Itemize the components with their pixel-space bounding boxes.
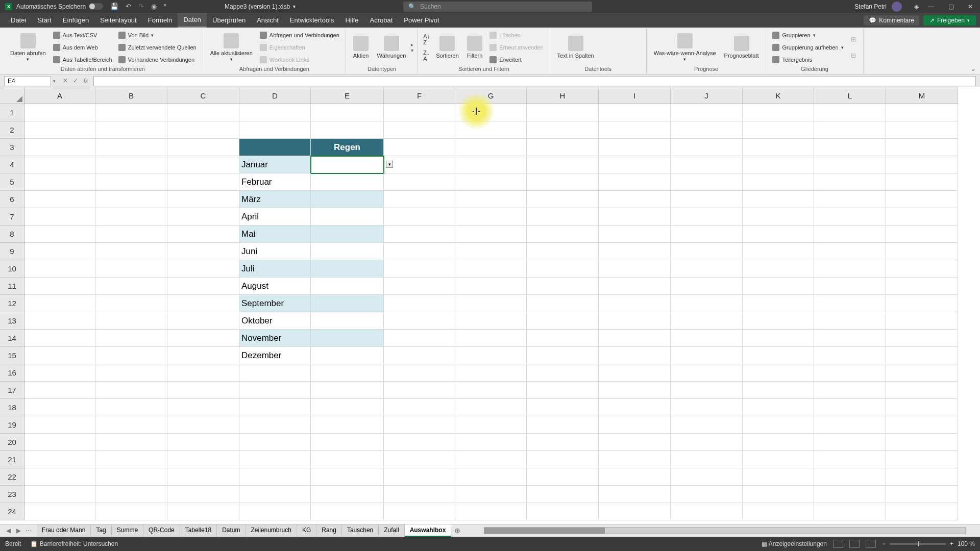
cell-B3[interactable] xyxy=(95,139,167,156)
filename-area[interactable]: Mappe3 (version 1).xlsb ▾ xyxy=(225,3,296,10)
cell-F8[interactable] xyxy=(384,226,455,243)
namebox-dropdown-icon[interactable]: ▾ xyxy=(51,79,58,84)
cell-I2[interactable] xyxy=(599,121,671,139)
cell-K7[interactable] xyxy=(743,208,814,226)
normal-view-button[interactable] xyxy=(833,540,843,548)
row-header-20[interactable]: 20 xyxy=(0,434,24,451)
from-table[interactable]: Aus Tabelle/Bereich xyxy=(51,56,114,64)
cell-M20[interactable] xyxy=(886,434,958,451)
cell-K22[interactable] xyxy=(743,468,814,486)
menu-tab-daten[interactable]: Daten xyxy=(178,13,207,28)
page-break-view-button[interactable] xyxy=(866,540,876,548)
cell-F2[interactable] xyxy=(384,121,455,139)
row-header-18[interactable]: 18 xyxy=(0,399,24,416)
row-header-24[interactable]: 24 xyxy=(0,503,24,520)
cell-L7[interactable] xyxy=(814,208,886,226)
cell-M12[interactable] xyxy=(886,295,958,312)
row-header-19[interactable]: 19 xyxy=(0,416,24,434)
advanced-filter[interactable]: Erweitert xyxy=(487,56,545,64)
cell-J24[interactable] xyxy=(671,503,743,520)
cell-A3[interactable] xyxy=(24,139,95,156)
minimize-button[interactable]: — xyxy=(922,0,941,13)
cell-C9[interactable] xyxy=(167,243,239,260)
zoom-in-button[interactable]: + xyxy=(950,540,953,547)
cell-D24[interactable] xyxy=(239,503,311,520)
name-box[interactable]: E4 xyxy=(4,76,51,86)
cell-M5[interactable] xyxy=(886,173,958,191)
cell-H24[interactable] xyxy=(527,503,599,520)
cell-G7[interactable] xyxy=(455,208,527,226)
cell-E23[interactable] xyxy=(311,486,384,503)
cell-E17[interactable] xyxy=(311,382,384,399)
forecast-sheet-button[interactable]: Prognoseblatt xyxy=(721,29,762,66)
sheet-tab-zeilenumbruch[interactable]: Zeilenumbruch xyxy=(246,524,297,537)
cell-D2[interactable] xyxy=(239,121,311,139)
cell-K3[interactable] xyxy=(743,139,814,156)
cell-I23[interactable] xyxy=(599,486,671,503)
row-header-12[interactable]: 12 xyxy=(0,295,24,312)
cell-D5[interactable]: Februar xyxy=(239,173,311,191)
cell-K19[interactable] xyxy=(743,416,814,434)
cell-F22[interactable] xyxy=(384,468,455,486)
cell-J12[interactable] xyxy=(671,295,743,312)
cell-B21[interactable] xyxy=(95,451,167,468)
cell-E16[interactable] xyxy=(311,364,384,382)
cell-C19[interactable] xyxy=(167,416,239,434)
whatif-button[interactable]: Was-wäre-wenn-Analyse▾ xyxy=(651,29,719,66)
cell-G13[interactable] xyxy=(455,312,527,330)
cell-D23[interactable] xyxy=(239,486,311,503)
cell-M3[interactable] xyxy=(886,139,958,156)
data-model-icon[interactable] xyxy=(629,48,639,59)
cell-C17[interactable] xyxy=(167,382,239,399)
cell-E24[interactable] xyxy=(311,503,384,520)
cell-A2[interactable] xyxy=(24,121,95,139)
cell-A4[interactable] xyxy=(24,156,95,173)
cell-J11[interactable] xyxy=(671,278,743,295)
cell-A21[interactable] xyxy=(24,451,95,468)
cell-G12[interactable] xyxy=(455,295,527,312)
cell-B15[interactable] xyxy=(95,347,167,364)
cell-G20[interactable] xyxy=(455,434,527,451)
row-header-21[interactable]: 21 xyxy=(0,451,24,468)
cell-A8[interactable] xyxy=(24,226,95,243)
cell-F18[interactable] xyxy=(384,399,455,416)
cell-G10[interactable] xyxy=(455,260,527,278)
cell-H1[interactable] xyxy=(527,104,599,121)
cell-C13[interactable] xyxy=(167,312,239,330)
cell-I7[interactable] xyxy=(599,208,671,226)
cell-B23[interactable] xyxy=(95,486,167,503)
comments-button[interactable]: 💬 Kommentare xyxy=(864,15,919,26)
column-header-J[interactable]: J xyxy=(671,87,743,104)
cell-K1[interactable] xyxy=(743,104,814,121)
display-settings-button[interactable]: ▦ Anzeigeeinstellungen xyxy=(762,540,827,547)
cell-L18[interactable] xyxy=(814,399,886,416)
cell-D11[interactable]: August xyxy=(239,278,311,295)
column-header-K[interactable]: K xyxy=(743,87,814,104)
row-header-6[interactable]: 6 xyxy=(0,191,24,208)
sheet-tab-datum[interactable]: Datum xyxy=(217,524,246,537)
cell-B2[interactable] xyxy=(95,121,167,139)
cell-M21[interactable] xyxy=(886,451,958,468)
cell-C11[interactable] xyxy=(167,278,239,295)
row-header-2[interactable]: 2 xyxy=(0,121,24,139)
save-icon[interactable]: 💾 xyxy=(110,3,118,10)
filter-button[interactable]: Filtern xyxy=(464,29,486,66)
cell-E9[interactable] xyxy=(311,243,384,260)
cell-C6[interactable] xyxy=(167,191,239,208)
sheet-tab-rang[interactable]: Rang xyxy=(316,524,342,537)
close-button[interactable]: ✕ xyxy=(961,0,980,13)
cell-F4[interactable] xyxy=(384,156,455,173)
share-button[interactable]: ↗ Freigeben ▾ xyxy=(923,15,976,26)
cell-M8[interactable] xyxy=(886,226,958,243)
cell-F23[interactable] xyxy=(384,486,455,503)
cell-B11[interactable] xyxy=(95,278,167,295)
add-sheet-button[interactable]: ⊕ xyxy=(451,527,463,535)
cell-M9[interactable] xyxy=(886,243,958,260)
cell-K20[interactable] xyxy=(743,434,814,451)
column-header-B[interactable]: B xyxy=(95,87,167,104)
cell-I15[interactable] xyxy=(599,347,671,364)
hide-detail-icon[interactable]: ⊟ xyxy=(851,52,856,59)
cell-C20[interactable] xyxy=(167,434,239,451)
cell-L5[interactable] xyxy=(814,173,886,191)
search-box[interactable]: 🔍 Suchen xyxy=(403,2,592,12)
